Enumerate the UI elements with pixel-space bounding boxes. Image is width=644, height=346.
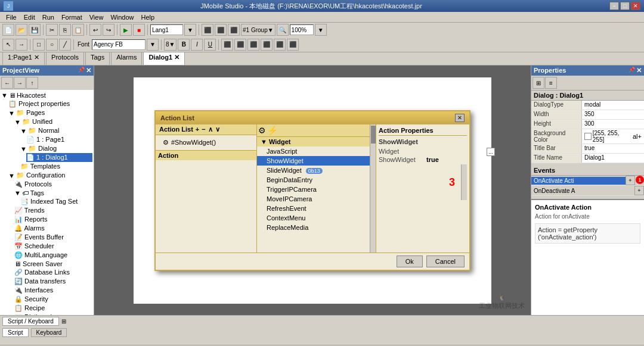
tree-scrollbar[interactable]: [370, 124, 376, 253]
align-hright[interactable]: ⬛: [247, 39, 259, 51]
action-item-triggeripcamera[interactable]: TriggerIPCamera: [257, 185, 376, 194]
tab-alarms[interactable]: Alarms: [111, 52, 142, 65]
action-item-moveipcamera[interactable]: MoveIPCamera: [257, 194, 376, 204]
remove-action-button[interactable]: −: [202, 126, 205, 133]
prop-sort-icon[interactable]: ⊞: [532, 77, 544, 89]
tree-up[interactable]: ↑: [26, 77, 38, 89]
tree-item-alarms[interactable]: 🔔 Alarms: [14, 224, 92, 233]
bottom-tab-icon[interactable]: ⊞: [60, 318, 67, 325]
menu-file[interactable]: File: [2, 13, 20, 22]
align-vtop[interactable]: ⬛: [261, 39, 273, 51]
toolbar-zoom-out[interactable]: 🔍: [277, 24, 289, 36]
tree-item-dialog1[interactable]: 📄 1 : Dialog1: [26, 153, 92, 162]
font-input[interactable]: [92, 39, 145, 50]
prop-filter-icon[interactable]: ≡: [545, 77, 557, 89]
toolbar-select[interactable]: ↖: [2, 39, 14, 51]
tree-item-pages[interactable]: ▼📁 Pages: [8, 108, 92, 117]
lang-dropdown[interactable]: ▼: [184, 24, 196, 36]
tree-item-dictionaries[interactable]: 📖 Dictionaries: [14, 313, 92, 315]
action-item-showwidget[interactable]: ShowWidget 2: [257, 156, 376, 166]
ok-button[interactable]: Ok: [397, 255, 423, 267]
action-item-replacemedia[interactable]: ReplaceMedia: [257, 223, 376, 232]
tree-item-normal[interactable]: ▼📁 Normal: [20, 126, 92, 135]
toolbar-align-right[interactable]: ⬛: [228, 24, 240, 36]
lang-selector[interactable]: [150, 24, 183, 35]
font-underline[interactable]: U: [204, 39, 216, 51]
tree-item-unified[interactable]: ▼📁 Unified: [14, 117, 92, 126]
zoom-input[interactable]: [290, 24, 314, 35]
down-action-button[interactable]: ∨: [215, 126, 220, 133]
toolbar-paste[interactable]: 📋: [72, 24, 84, 36]
toolbar-stop[interactable]: ■: [133, 24, 145, 36]
tree-item-screensaver[interactable]: 🖥 Screen Saver: [14, 260, 92, 268]
event-add-button2[interactable]: +: [634, 186, 644, 195]
toolbar-group[interactable]: #1 Group▼: [241, 24, 275, 36]
event-add-button[interactable]: +: [626, 176, 635, 185]
add-action-button[interactable]: +: [196, 126, 199, 133]
tree-item-scheduler[interactable]: 📅 Scheduler: [14, 242, 92, 251]
toolbar-new[interactable]: 📄: [2, 24, 14, 36]
tree-item-multilang[interactable]: 🌐 MultiLanguage: [14, 251, 92, 260]
zoom-dropdown[interactable]: ▼: [315, 24, 327, 36]
tree-back[interactable]: ←: [1, 77, 13, 89]
tree-item-indexed-tag[interactable]: 📑 Indexed Tag Set: [20, 197, 92, 206]
menu-edit[interactable]: Edit: [20, 13, 39, 22]
toolbar-undo[interactable]: ↩: [89, 24, 101, 36]
action-item-contextmenu[interactable]: ContextMenu: [257, 213, 376, 223]
toolbar-copy[interactable]: ⎘: [59, 24, 71, 36]
bottom-tab-script-keyboard[interactable]: Script / Keyboard: [2, 317, 59, 326]
action-item-slidewidget[interactable]: SlideWidget 0b13: [257, 166, 376, 175]
toolbar-run[interactable]: ▶: [120, 24, 132, 36]
prop-event-label-onactivate[interactable]: OnActivate Acti: [531, 177, 626, 185]
tree-item-project-props[interactable]: 📋 Project properties: [8, 99, 92, 108]
prop-value-width[interactable]: 350: [582, 110, 644, 119]
tree-item-security[interactable]: 🔒 Security: [14, 295, 92, 304]
font-dropdown[interactable]: ▼: [147, 39, 159, 51]
action-item-javascript[interactable]: JavaScript: [257, 146, 376, 156]
tree-item-templates[interactable]: 📁 Templates: [20, 162, 92, 171]
toolbar-open[interactable]: 📂: [16, 24, 27, 36]
toolbar-cut[interactable]: ✂: [46, 24, 58, 36]
tab-dialog1[interactable]: Dialog1 ✕: [143, 52, 185, 65]
align-hcenter[interactable]: ⬛: [234, 39, 246, 51]
action-list-item-showwidget[interactable]: ⚙ #ShowWidget(): [158, 138, 254, 148]
tree-item-datatransfers[interactable]: 🔄 Data transfers: [14, 277, 92, 286]
tree-forward[interactable]: →: [14, 77, 26, 89]
tree-item-events[interactable]: 📝 Events Buffer: [14, 233, 92, 242]
align-vmid[interactable]: ⬛: [274, 39, 286, 51]
maximize-button[interactable]: □: [620, 2, 630, 10]
prop-value-height[interactable]: 300: [582, 120, 644, 129]
properties-close-icon[interactable]: ✕: [636, 67, 642, 74]
tree-item-tags[interactable]: ▼🏷 Tags: [14, 189, 92, 197]
tree-item-hkacotest[interactable]: ▼ 🖥 Hkacotest: [1, 91, 92, 99]
align-hleft[interactable]: ⬛: [221, 39, 233, 51]
action-item-refreshevent[interactable]: RefreshEvent: [257, 204, 376, 213]
dialog-close-button[interactable]: ✕: [455, 114, 465, 122]
properties-pin-icon[interactable]: 📌: [628, 67, 635, 74]
bottom-subtab-script[interactable]: Script: [2, 328, 29, 337]
prop-value-titlebar[interactable]: true: [582, 144, 644, 153]
toolbar-line[interactable]: ╱: [59, 39, 71, 51]
project-pin-icon[interactable]: 📌: [78, 67, 85, 74]
menu-window[interactable]: Window: [107, 13, 137, 22]
minimize-button[interactable]: −: [609, 2, 619, 10]
project-close-icon[interactable]: ✕: [86, 67, 91, 74]
tree-item-recipe[interactable]: 📋 Recipe: [14, 304, 92, 313]
font-italic[interactable]: I: [191, 39, 203, 51]
close-button[interactable]: ✕: [631, 2, 640, 10]
bottom-subtab-keyboard[interactable]: Keyboard: [31, 328, 67, 337]
tree-item-page1[interactable]: 📄 1 : Page1: [26, 135, 92, 144]
action-item-begindataentry[interactable]: BeginDataEntry: [257, 175, 376, 185]
menu-format[interactable]: Format: [58, 13, 86, 22]
tree-item-interfaces[interactable]: 🔌 Interfaces: [14, 286, 92, 295]
tab-tags[interactable]: Tags: [85, 52, 110, 65]
window-controls[interactable]: − □ ✕: [609, 2, 640, 10]
tab-protocols[interactable]: Protocols: [46, 52, 84, 65]
menu-view[interactable]: View: [86, 13, 107, 22]
bgcolor-edit-icon[interactable]: al+: [633, 133, 642, 140]
toolbar-save[interactable]: 💾: [29, 24, 41, 36]
tree-item-dialog[interactable]: ▼📁 Dialog: [20, 144, 92, 153]
widget-group-expand[interactable]: ▼: [261, 138, 267, 145]
tree-item-dblinks[interactable]: 🔗 Database Links: [14, 268, 92, 277]
prop-value-bgcolor[interactable]: [255, 255, 255] al+: [582, 129, 644, 144]
